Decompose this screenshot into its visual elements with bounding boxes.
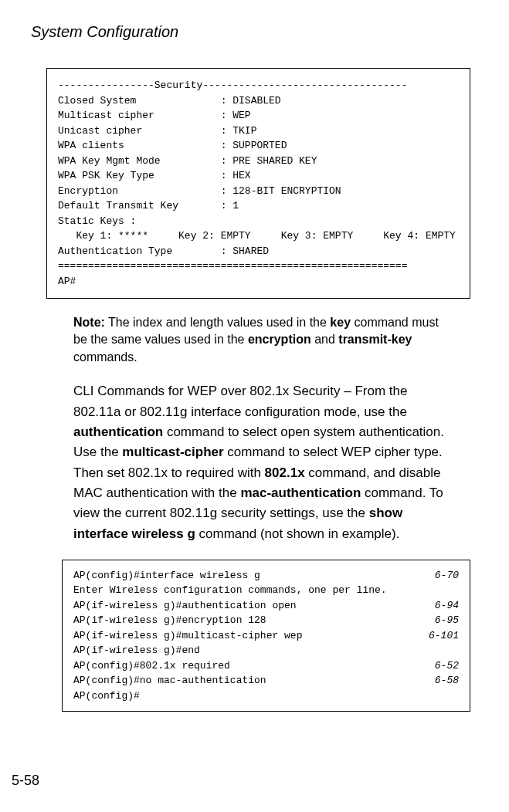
body-paragraph: CLI Commands for WEP over 802.1x Securit…: [73, 381, 455, 544]
cmd-line: AP(config)#802.1x required6-52: [73, 658, 459, 674]
page-number: 5-58: [12, 773, 39, 789]
cmd-text: AP(config)#802.1x required: [73, 658, 230, 674]
body-bold: 802.1x: [265, 465, 305, 480]
note-text: commands.: [73, 350, 137, 364]
cmd-line: AP(if-wireless g)#multicast-cipher wep6-…: [73, 628, 459, 644]
cmd-line: AP(config)#: [73, 689, 459, 704]
cmd-text: AP(config)#no mac-authentication: [73, 673, 266, 689]
cmd-line: AP(if-wireless g)#authentication open6-9…: [73, 598, 459, 614]
cmd-text: AP(config)#: [73, 689, 140, 704]
note-bold: key: [330, 316, 351, 329]
cmd-ref: 6-101: [429, 628, 459, 644]
cmd-line: Enter Wireless configuration commands, o…: [73, 583, 459, 598]
note-block: Note: The index and length values used i…: [73, 314, 455, 366]
security-terminal-output: ----------------Security----------------…: [46, 68, 470, 299]
cmd-ref: 6-58: [435, 673, 459, 689]
cmd-ref: 6-94: [435, 598, 459, 614]
cmd-text: AP(if-wireless g)#encryption 128: [73, 613, 266, 628]
cmd-text: Enter Wireless configuration commands, o…: [73, 583, 387, 598]
cmd-line: AP(if-wireless g)#encryption 1286-95: [73, 613, 459, 628]
cmd-ref: 6-52: [435, 658, 459, 674]
cmd-line: AP(if-wireless g)#end: [73, 643, 459, 658]
cmd-text: AP(if-wireless g)#multicast-cipher wep: [73, 628, 302, 644]
body-bold: multicast-cipher: [122, 445, 223, 459]
note-text: and: [311, 333, 339, 346]
cmd-text: AP(if-wireless g)#end: [73, 643, 200, 658]
cmd-text: AP(config)#interface wireless g: [73, 568, 260, 584]
note-text: The index and length values used in the: [105, 316, 330, 329]
note-bold: transmit-key: [338, 333, 412, 346]
body-text: CLI Commands for WEP over 802.1x Securit…: [73, 384, 407, 418]
page-header-title: System Configuration: [31, 23, 478, 41]
cmd-line: AP(config)#interface wireless g6-70: [73, 568, 459, 584]
body-bold: mac-authentication: [240, 486, 361, 500]
body-text: command (not shown in example).: [195, 526, 400, 541]
cmd-line: AP(config)#no mac-authentication6-58: [73, 673, 459, 689]
cli-commands-terminal: AP(config)#interface wireless g6-70 Ente…: [62, 560, 470, 712]
cmd-ref: 6-95: [435, 613, 459, 628]
note-label: Note:: [73, 316, 105, 329]
note-bold: encryption: [248, 333, 311, 346]
cmd-text: AP(if-wireless g)#authentication open: [73, 598, 297, 614]
body-bold: authentication: [73, 425, 163, 439]
cmd-ref: 6-70: [435, 568, 459, 584]
